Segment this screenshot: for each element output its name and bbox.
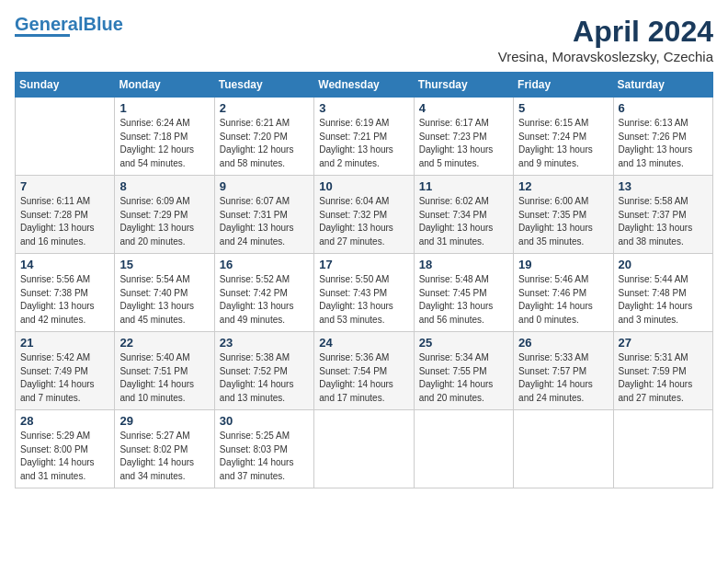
- calendar-cell: 5Sunrise: 6:15 AM Sunset: 7:24 PM Daylig…: [514, 98, 613, 176]
- day-number: 6: [619, 101, 708, 115]
- calendar-cell: 9Sunrise: 6:07 AM Sunset: 7:31 PM Daylig…: [214, 176, 313, 254]
- calendar-cell: 24Sunrise: 5:36 AM Sunset: 7:54 PM Dayli…: [314, 332, 414, 410]
- calendar-cell: 30Sunrise: 5:25 AM Sunset: 8:03 PM Dayli…: [214, 410, 313, 488]
- day-info: Sunrise: 6:15 AM Sunset: 7:24 PM Dayligh…: [518, 117, 608, 170]
- logo-blue: Blue: [83, 14, 122, 34]
- day-number: 26: [518, 336, 608, 350]
- day-info: Sunrise: 5:58 AM Sunset: 7:37 PM Dayligh…: [619, 195, 708, 248]
- day-number: 29: [119, 414, 209, 428]
- calendar-cell: [613, 410, 712, 488]
- weekday-header-tuesday: Tuesday: [214, 73, 313, 98]
- calendar-cell: 15Sunrise: 5:54 AM Sunset: 7:40 PM Dayli…: [115, 254, 214, 332]
- calendar-cell: 25Sunrise: 5:34 AM Sunset: 7:55 PM Dayli…: [414, 332, 513, 410]
- weekday-header-row: SundayMondayTuesdayWednesdayThursdayFrid…: [16, 73, 713, 98]
- logo-underline: [15, 34, 70, 37]
- calendar-week-1: 1Sunrise: 6:24 AM Sunset: 7:18 PM Daylig…: [16, 98, 713, 176]
- page-header: GeneralBlue April 2024 Vresina, Moravsko…: [15, 15, 713, 64]
- day-number: 25: [419, 336, 508, 350]
- calendar-cell: 20Sunrise: 5:44 AM Sunset: 7:48 PM Dayli…: [613, 254, 712, 332]
- day-info: Sunrise: 6:24 AM Sunset: 7:18 PM Dayligh…: [119, 117, 209, 170]
- day-number: 20: [619, 258, 708, 271]
- weekday-header-wednesday: Wednesday: [314, 73, 414, 98]
- calendar-week-3: 14Sunrise: 5:56 AM Sunset: 7:38 PM Dayli…: [16, 254, 713, 332]
- day-number: 10: [319, 179, 408, 193]
- day-info: Sunrise: 5:50 AM Sunset: 7:43 PM Dayligh…: [319, 273, 408, 327]
- calendar-cell: 16Sunrise: 5:52 AM Sunset: 7:42 PM Dayli…: [214, 254, 313, 332]
- calendar-cell: 17Sunrise: 5:50 AM Sunset: 7:43 PM Dayli…: [314, 254, 414, 332]
- day-number: 27: [619, 336, 708, 350]
- day-number: 30: [220, 414, 309, 428]
- calendar-cell: 21Sunrise: 5:42 AM Sunset: 7:49 PM Dayli…: [16, 332, 115, 410]
- day-info: Sunrise: 6:17 AM Sunset: 7:23 PM Dayligh…: [419, 117, 508, 170]
- calendar-cell: 11Sunrise: 6:02 AM Sunset: 7:34 PM Dayli…: [414, 176, 513, 254]
- calendar-cell: [314, 410, 414, 488]
- calendar-cell: 6Sunrise: 6:13 AM Sunset: 7:26 PM Daylig…: [613, 98, 712, 176]
- day-info: Sunrise: 5:46 AM Sunset: 7:46 PM Dayligh…: [518, 273, 608, 327]
- calendar-cell: 2Sunrise: 6:21 AM Sunset: 7:20 PM Daylig…: [214, 98, 313, 176]
- day-number: 11: [419, 179, 508, 193]
- day-info: Sunrise: 5:42 AM Sunset: 7:49 PM Dayligh…: [20, 351, 109, 405]
- day-info: Sunrise: 5:34 AM Sunset: 7:55 PM Dayligh…: [419, 351, 508, 405]
- weekday-header-thursday: Thursday: [414, 73, 513, 98]
- calendar-cell: 18Sunrise: 5:48 AM Sunset: 7:45 PM Dayli…: [414, 254, 513, 332]
- day-info: Sunrise: 5:40 AM Sunset: 7:51 PM Dayligh…: [119, 351, 209, 405]
- day-info: Sunrise: 6:19 AM Sunset: 7:21 PM Dayligh…: [319, 117, 408, 170]
- calendar-cell: 7Sunrise: 6:11 AM Sunset: 7:28 PM Daylig…: [16, 176, 115, 254]
- day-info: Sunrise: 5:31 AM Sunset: 7:59 PM Dayligh…: [619, 351, 708, 405]
- day-info: Sunrise: 6:09 AM Sunset: 7:29 PM Dayligh…: [119, 195, 209, 248]
- calendar-cell: 22Sunrise: 5:40 AM Sunset: 7:51 PM Dayli…: [115, 332, 214, 410]
- day-info: Sunrise: 6:21 AM Sunset: 7:20 PM Dayligh…: [220, 117, 309, 170]
- day-number: 18: [419, 258, 508, 271]
- day-info: Sunrise: 6:11 AM Sunset: 7:28 PM Dayligh…: [20, 195, 109, 248]
- day-number: 19: [518, 258, 608, 271]
- day-number: 23: [220, 336, 309, 350]
- weekday-header-friday: Friday: [514, 73, 613, 98]
- day-number: 15: [119, 258, 209, 271]
- calendar-cell: 29Sunrise: 5:27 AM Sunset: 8:02 PM Dayli…: [115, 410, 214, 488]
- day-number: 9: [220, 179, 309, 193]
- calendar-cell: 1Sunrise: 6:24 AM Sunset: 7:18 PM Daylig…: [115, 98, 214, 176]
- calendar-cell: [16, 98, 115, 176]
- day-number: 14: [20, 258, 109, 271]
- day-number: 4: [419, 101, 508, 115]
- calendar-cell: [414, 410, 513, 488]
- calendar-cell: 4Sunrise: 6:17 AM Sunset: 7:23 PM Daylig…: [414, 98, 513, 176]
- location-title: Vresina, Moravskoslezsky, Czechia: [498, 49, 713, 64]
- day-info: Sunrise: 5:38 AM Sunset: 7:52 PM Dayligh…: [220, 351, 309, 405]
- calendar-cell: 28Sunrise: 5:29 AM Sunset: 8:00 PM Dayli…: [16, 410, 115, 488]
- title-area: April 2024 Vresina, Moravskoslezsky, Cze…: [498, 15, 713, 64]
- day-info: Sunrise: 5:48 AM Sunset: 7:45 PM Dayligh…: [419, 273, 508, 327]
- day-info: Sunrise: 6:04 AM Sunset: 7:32 PM Dayligh…: [319, 195, 408, 248]
- day-number: 1: [119, 101, 209, 115]
- day-info: Sunrise: 6:13 AM Sunset: 7:26 PM Dayligh…: [619, 117, 708, 170]
- day-number: 3: [319, 101, 408, 115]
- day-number: 22: [119, 336, 209, 350]
- calendar-cell: 12Sunrise: 6:00 AM Sunset: 7:35 PM Dayli…: [514, 176, 613, 254]
- day-info: Sunrise: 6:00 AM Sunset: 7:35 PM Dayligh…: [518, 195, 608, 248]
- calendar-week-4: 21Sunrise: 5:42 AM Sunset: 7:49 PM Dayli…: [16, 332, 713, 410]
- day-number: 21: [20, 336, 109, 350]
- day-info: Sunrise: 5:25 AM Sunset: 8:03 PM Dayligh…: [220, 430, 309, 483]
- day-info: Sunrise: 5:54 AM Sunset: 7:40 PM Dayligh…: [119, 273, 209, 327]
- calendar-cell: 3Sunrise: 6:19 AM Sunset: 7:21 PM Daylig…: [314, 98, 414, 176]
- calendar-cell: 23Sunrise: 5:38 AM Sunset: 7:52 PM Dayli…: [214, 332, 313, 410]
- calendar-cell: 8Sunrise: 6:09 AM Sunset: 7:29 PM Daylig…: [115, 176, 214, 254]
- day-info: Sunrise: 6:07 AM Sunset: 7:31 PM Dayligh…: [220, 195, 309, 248]
- day-number: 24: [319, 336, 408, 350]
- day-number: 16: [220, 258, 309, 271]
- logo-general: General: [15, 14, 83, 34]
- calendar-cell: [514, 410, 613, 488]
- weekday-header-sunday: Sunday: [16, 73, 115, 98]
- calendar-cell: 14Sunrise: 5:56 AM Sunset: 7:38 PM Dayli…: [16, 254, 115, 332]
- day-info: Sunrise: 5:27 AM Sunset: 8:02 PM Dayligh…: [119, 430, 209, 483]
- calendar-cell: 10Sunrise: 6:04 AM Sunset: 7:32 PM Dayli…: [314, 176, 414, 254]
- calendar-cell: 13Sunrise: 5:58 AM Sunset: 7:37 PM Dayli…: [613, 176, 712, 254]
- weekday-header-saturday: Saturday: [613, 73, 712, 98]
- day-info: Sunrise: 5:36 AM Sunset: 7:54 PM Dayligh…: [319, 351, 408, 405]
- day-info: Sunrise: 5:44 AM Sunset: 7:48 PM Dayligh…: [619, 273, 708, 327]
- day-info: Sunrise: 5:52 AM Sunset: 7:42 PM Dayligh…: [220, 273, 309, 327]
- day-number: 28: [20, 414, 109, 428]
- calendar-cell: 19Sunrise: 5:46 AM Sunset: 7:46 PM Dayli…: [514, 254, 613, 332]
- weekday-header-monday: Monday: [115, 73, 214, 98]
- day-info: Sunrise: 5:33 AM Sunset: 7:57 PM Dayligh…: [518, 351, 608, 405]
